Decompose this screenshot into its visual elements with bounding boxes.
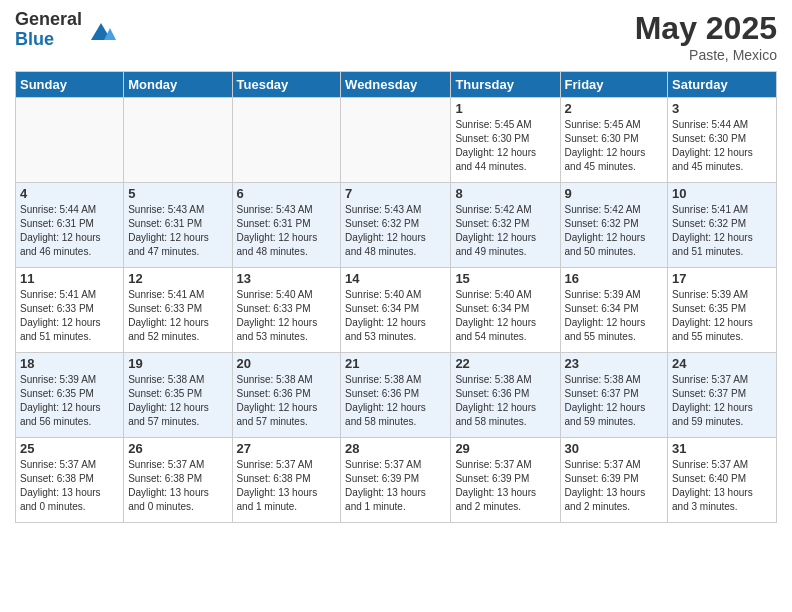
day-info: Sunrise: 5:40 AM Sunset: 6:33 PM Dayligh… [237, 288, 337, 344]
day-number: 14 [345, 271, 446, 286]
logo: General Blue [15, 10, 116, 50]
col-tuesday: Tuesday [232, 72, 341, 98]
table-row: 17Sunrise: 5:39 AM Sunset: 6:35 PM Dayli… [668, 268, 777, 353]
day-info: Sunrise: 5:41 AM Sunset: 6:32 PM Dayligh… [672, 203, 772, 259]
table-row [124, 98, 232, 183]
day-number: 3 [672, 101, 772, 116]
day-info: Sunrise: 5:39 AM Sunset: 6:34 PM Dayligh… [565, 288, 664, 344]
table-row: 30Sunrise: 5:37 AM Sunset: 6:39 PM Dayli… [560, 438, 668, 523]
table-row: 24Sunrise: 5:37 AM Sunset: 6:37 PM Dayli… [668, 353, 777, 438]
day-number: 4 [20, 186, 119, 201]
day-info: Sunrise: 5:37 AM Sunset: 6:39 PM Dayligh… [565, 458, 664, 514]
day-number: 7 [345, 186, 446, 201]
day-number: 31 [672, 441, 772, 456]
calendar-row-2: 4Sunrise: 5:44 AM Sunset: 6:31 PM Daylig… [16, 183, 777, 268]
table-row: 27Sunrise: 5:37 AM Sunset: 6:38 PM Dayli… [232, 438, 341, 523]
day-number: 8 [455, 186, 555, 201]
day-info: Sunrise: 5:44 AM Sunset: 6:31 PM Dayligh… [20, 203, 119, 259]
col-sunday: Sunday [16, 72, 124, 98]
day-info: Sunrise: 5:41 AM Sunset: 6:33 PM Dayligh… [128, 288, 227, 344]
table-row: 20Sunrise: 5:38 AM Sunset: 6:36 PM Dayli… [232, 353, 341, 438]
day-info: Sunrise: 5:41 AM Sunset: 6:33 PM Dayligh… [20, 288, 119, 344]
table-row: 4Sunrise: 5:44 AM Sunset: 6:31 PM Daylig… [16, 183, 124, 268]
table-row: 18Sunrise: 5:39 AM Sunset: 6:35 PM Dayli… [16, 353, 124, 438]
calendar-row-4: 18Sunrise: 5:39 AM Sunset: 6:35 PM Dayli… [16, 353, 777, 438]
day-number: 5 [128, 186, 227, 201]
table-row: 25Sunrise: 5:37 AM Sunset: 6:38 PM Dayli… [16, 438, 124, 523]
day-info: Sunrise: 5:42 AM Sunset: 6:32 PM Dayligh… [565, 203, 664, 259]
calendar-header-row: Sunday Monday Tuesday Wednesday Thursday… [16, 72, 777, 98]
day-info: Sunrise: 5:44 AM Sunset: 6:30 PM Dayligh… [672, 118, 772, 174]
day-number: 16 [565, 271, 664, 286]
day-number: 27 [237, 441, 337, 456]
calendar-row-3: 11Sunrise: 5:41 AM Sunset: 6:33 PM Dayli… [16, 268, 777, 353]
day-number: 11 [20, 271, 119, 286]
day-info: Sunrise: 5:40 AM Sunset: 6:34 PM Dayligh… [455, 288, 555, 344]
day-info: Sunrise: 5:37 AM Sunset: 6:39 PM Dayligh… [345, 458, 446, 514]
day-info: Sunrise: 5:38 AM Sunset: 6:36 PM Dayligh… [455, 373, 555, 429]
logo-blue: Blue [15, 30, 82, 50]
day-number: 23 [565, 356, 664, 371]
day-number: 21 [345, 356, 446, 371]
day-number: 28 [345, 441, 446, 456]
table-row: 13Sunrise: 5:40 AM Sunset: 6:33 PM Dayli… [232, 268, 341, 353]
day-number: 24 [672, 356, 772, 371]
day-info: Sunrise: 5:37 AM Sunset: 6:39 PM Dayligh… [455, 458, 555, 514]
day-info: Sunrise: 5:43 AM Sunset: 6:32 PM Dayligh… [345, 203, 446, 259]
day-info: Sunrise: 5:37 AM Sunset: 6:38 PM Dayligh… [20, 458, 119, 514]
day-info: Sunrise: 5:38 AM Sunset: 6:36 PM Dayligh… [237, 373, 337, 429]
day-number: 2 [565, 101, 664, 116]
day-info: Sunrise: 5:40 AM Sunset: 6:34 PM Dayligh… [345, 288, 446, 344]
day-number: 12 [128, 271, 227, 286]
calendar-table: Sunday Monday Tuesday Wednesday Thursday… [15, 71, 777, 523]
logo-icon [86, 15, 116, 45]
table-row: 22Sunrise: 5:38 AM Sunset: 6:36 PM Dayli… [451, 353, 560, 438]
table-row: 2Sunrise: 5:45 AM Sunset: 6:30 PM Daylig… [560, 98, 668, 183]
day-number: 1 [455, 101, 555, 116]
table-row: 3Sunrise: 5:44 AM Sunset: 6:30 PM Daylig… [668, 98, 777, 183]
table-row [232, 98, 341, 183]
day-info: Sunrise: 5:42 AM Sunset: 6:32 PM Dayligh… [455, 203, 555, 259]
day-info: Sunrise: 5:38 AM Sunset: 6:35 PM Dayligh… [128, 373, 227, 429]
day-number: 29 [455, 441, 555, 456]
day-number: 9 [565, 186, 664, 201]
day-number: 17 [672, 271, 772, 286]
day-number: 6 [237, 186, 337, 201]
day-number: 30 [565, 441, 664, 456]
page: General Blue May 2025 Paste, Mexico Sund… [0, 0, 792, 612]
day-info: Sunrise: 5:38 AM Sunset: 6:37 PM Dayligh… [565, 373, 664, 429]
table-row: 7Sunrise: 5:43 AM Sunset: 6:32 PM Daylig… [341, 183, 451, 268]
day-number: 25 [20, 441, 119, 456]
day-info: Sunrise: 5:37 AM Sunset: 6:38 PM Dayligh… [128, 458, 227, 514]
table-row: 9Sunrise: 5:42 AM Sunset: 6:32 PM Daylig… [560, 183, 668, 268]
day-info: Sunrise: 5:37 AM Sunset: 6:38 PM Dayligh… [237, 458, 337, 514]
day-info: Sunrise: 5:39 AM Sunset: 6:35 PM Dayligh… [20, 373, 119, 429]
table-row: 28Sunrise: 5:37 AM Sunset: 6:39 PM Dayli… [341, 438, 451, 523]
day-info: Sunrise: 5:43 AM Sunset: 6:31 PM Dayligh… [237, 203, 337, 259]
table-row: 15Sunrise: 5:40 AM Sunset: 6:34 PM Dayli… [451, 268, 560, 353]
col-wednesday: Wednesday [341, 72, 451, 98]
day-info: Sunrise: 5:45 AM Sunset: 6:30 PM Dayligh… [565, 118, 664, 174]
day-number: 15 [455, 271, 555, 286]
col-thursday: Thursday [451, 72, 560, 98]
table-row [341, 98, 451, 183]
day-number: 26 [128, 441, 227, 456]
table-row: 5Sunrise: 5:43 AM Sunset: 6:31 PM Daylig… [124, 183, 232, 268]
col-monday: Monday [124, 72, 232, 98]
day-info: Sunrise: 5:39 AM Sunset: 6:35 PM Dayligh… [672, 288, 772, 344]
logo-text: General Blue [15, 10, 82, 50]
day-number: 22 [455, 356, 555, 371]
table-row: 19Sunrise: 5:38 AM Sunset: 6:35 PM Dayli… [124, 353, 232, 438]
col-friday: Friday [560, 72, 668, 98]
day-info: Sunrise: 5:38 AM Sunset: 6:36 PM Dayligh… [345, 373, 446, 429]
table-row: 26Sunrise: 5:37 AM Sunset: 6:38 PM Dayli… [124, 438, 232, 523]
day-number: 10 [672, 186, 772, 201]
header: General Blue May 2025 Paste, Mexico [15, 10, 777, 63]
table-row: 29Sunrise: 5:37 AM Sunset: 6:39 PM Dayli… [451, 438, 560, 523]
location: Paste, Mexico [635, 47, 777, 63]
table-row: 6Sunrise: 5:43 AM Sunset: 6:31 PM Daylig… [232, 183, 341, 268]
logo-general: General [15, 10, 82, 30]
month-title: May 2025 [635, 10, 777, 47]
day-info: Sunrise: 5:43 AM Sunset: 6:31 PM Dayligh… [128, 203, 227, 259]
day-number: 13 [237, 271, 337, 286]
